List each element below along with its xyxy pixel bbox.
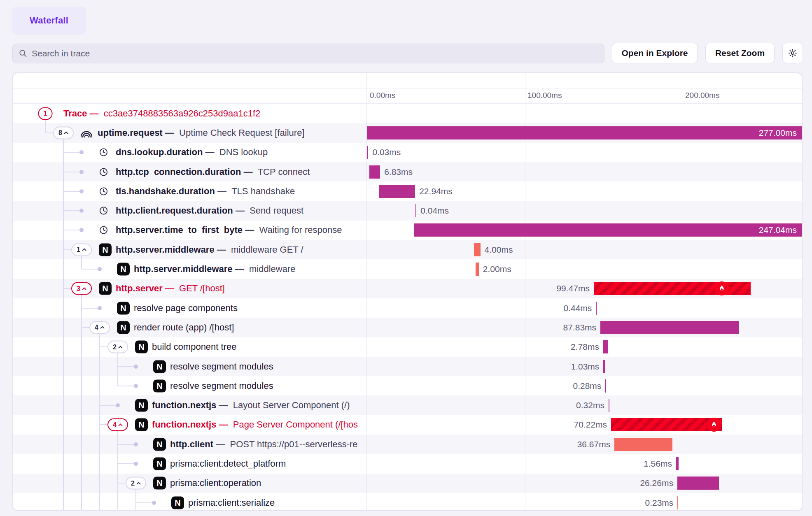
span-row[interactable]: Nresolve segment modules 1.03ms xyxy=(13,357,802,376)
span-tree-cell: Nfunction.nextjs — Layout Server Compone… xyxy=(13,395,367,415)
span-separator: — xyxy=(243,225,259,235)
tree-guide-line xyxy=(81,376,82,395)
span-row[interactable]: Nresolve page components 0.44ms xyxy=(13,298,802,318)
sentry-icon-wrap xyxy=(81,128,92,138)
span-tree-cell: Nprisma:client:detect_platform xyxy=(13,454,367,473)
span-duration-bar[interactable] xyxy=(677,476,719,490)
span-row[interactable]: 4Nfunction.nextjs — Page Server Componen… xyxy=(13,415,802,435)
span-bar-cell: 70.22ms xyxy=(367,415,802,435)
nextjs-icon: N xyxy=(153,379,166,392)
error-fire-icon[interactable] xyxy=(715,281,729,295)
badge-count: 1 xyxy=(44,110,47,117)
tree-stub-line xyxy=(63,139,64,143)
span-duration-bar[interactable] xyxy=(605,379,606,393)
span-row[interactable]: http.client.request.duration — Send requ… xyxy=(13,201,802,220)
span-bar-cell: 2.78ms xyxy=(367,337,802,357)
span-duration-label: 6.83ms xyxy=(384,167,413,177)
span-duration-bar[interactable] xyxy=(367,146,368,159)
span-bar-cell: 6.83ms xyxy=(367,162,802,181)
span-row[interactable]: dns.lookup.duration — DNS lookup 0.03ms xyxy=(13,143,802,162)
span-duration-label: 4.00ms xyxy=(485,245,513,255)
span-duration-bar[interactable] xyxy=(611,418,722,431)
span-bar-cell: 36.67ms xyxy=(367,435,802,454)
span-row[interactable]: 1Trace — cc3ae3748883563a926c253d9aa1c1f… xyxy=(13,104,802,123)
span-name: http.client xyxy=(170,439,213,449)
span-duration-label: 2.78ms xyxy=(571,342,599,352)
span-label: http.server — GET /[host] xyxy=(116,283,225,294)
span-label: prisma:client:serialize xyxy=(188,497,275,508)
span-duration-bar[interactable] xyxy=(415,204,416,217)
span-duration-bar[interactable] xyxy=(474,243,480,256)
span-duration-label: 0.28ms xyxy=(573,381,601,391)
span-row[interactable]: 8uptime.request — Uptime Check Request [… xyxy=(13,123,802,142)
span-tree-cell: Nhttp.server.middleware — middleware xyxy=(13,259,367,279)
span-row[interactable]: Nhttp.client — POST https://p01--serverl… xyxy=(13,435,802,454)
flame-icon xyxy=(709,420,719,429)
span-row[interactable]: 4Nrender route (app) /[host] 87.83ms xyxy=(13,318,802,337)
span-children-count-badge[interactable]: 8 xyxy=(53,126,74,139)
span-label: function.nextjs — Page Server Component … xyxy=(152,419,358,430)
span-duration-bar[interactable] xyxy=(414,223,802,237)
span-label: Trace — cc3ae3748883563a926c253d9aa1c1f2 xyxy=(63,108,260,119)
tree-guide-line xyxy=(63,357,64,376)
span-duration-bar[interactable] xyxy=(614,438,672,451)
span-duration-bar[interactable] xyxy=(596,302,597,315)
search-input[interactable]: Search in trace xyxy=(12,44,604,63)
badge-count: 4 xyxy=(113,421,117,428)
error-fire-icon[interactable] xyxy=(707,418,721,432)
span-row[interactable]: Nprisma:client:serialize 0.23ms xyxy=(13,493,802,511)
badge-count: 4 xyxy=(95,324,98,331)
span-duration-label: 70.22ms xyxy=(574,420,607,430)
span-children-count-badge[interactable]: 2 xyxy=(126,477,146,490)
span-row[interactable]: 2Nprisma:client:operation 26.26ms xyxy=(13,474,802,493)
span-row[interactable]: 1Nhttp.server.middleware — middleware GE… xyxy=(13,240,802,259)
open-in-explore-button[interactable]: Open in Explore xyxy=(612,43,698,63)
span-duration-bar[interactable] xyxy=(603,360,605,373)
reset-zoom-label: Reset Zoom xyxy=(715,48,765,58)
tree-leaf-dot xyxy=(134,384,138,388)
span-duration-bar[interactable] xyxy=(369,165,380,179)
chevron-up-icon xyxy=(100,326,105,329)
span-duration-bar[interactable] xyxy=(594,282,751,295)
span-children-count-badge[interactable]: 3 xyxy=(71,282,92,295)
span-row[interactable]: tls.handshake.duration — TLS handshake 2… xyxy=(13,181,802,201)
tree-leaf-dot xyxy=(116,403,120,407)
span-duration-bar[interactable] xyxy=(476,263,479,276)
span-children-count-badge[interactable]: 4 xyxy=(107,418,128,431)
span-name: http.client.request.duration xyxy=(116,205,233,216)
span-duration-bar[interactable] xyxy=(609,399,609,412)
span-duration-label: 87.83ms xyxy=(563,323,597,332)
span-children-count-badge[interactable]: 2 xyxy=(107,341,128,353)
nextjs-icon: N xyxy=(117,321,130,334)
span-row[interactable]: Nprisma:client:detect_platform 1.56ms xyxy=(13,454,802,473)
reset-zoom-button[interactable]: Reset Zoom xyxy=(705,43,775,63)
span-row[interactable]: Nresolve segment modules 0.28ms xyxy=(13,376,802,395)
tree-stub-line xyxy=(117,353,118,357)
tab-waterfall[interactable]: Waterfall xyxy=(12,7,86,35)
span-children-count-badge[interactable]: 1 xyxy=(71,243,92,256)
span-children-count-badge[interactable]: 1 xyxy=(38,107,53,120)
span-duration-bar[interactable] xyxy=(367,126,802,139)
span-row[interactable]: Nhttp.server.middleware — middleware 2.0… xyxy=(13,259,802,279)
tree-connector-line xyxy=(100,405,118,406)
nextjs-icon-wrap: N xyxy=(153,457,166,470)
tree-guide-line xyxy=(63,435,64,454)
span-duration-bar[interactable] xyxy=(676,457,679,470)
tab-waterfall-label: Waterfall xyxy=(30,15,68,26)
span-duration-bar[interactable] xyxy=(600,321,739,334)
span-duration-bar[interactable] xyxy=(677,496,678,509)
span-tree-cell: http.server.time_to_first_byte — Waiting… xyxy=(13,221,367,240)
settings-button[interactable] xyxy=(782,43,803,63)
span-children-count-badge[interactable]: 4 xyxy=(89,321,110,334)
span-row[interactable]: http.tcp_connection.duration — TCP conne… xyxy=(13,162,802,181)
span-duration-label: 0.44ms xyxy=(563,303,592,313)
span-label: uptime.request — Uptime Check Request [f… xyxy=(98,128,305,138)
span-duration-bar[interactable] xyxy=(379,185,415,198)
span-row[interactable]: Nfunction.nextjs — Layout Server Compone… xyxy=(13,395,802,415)
tree-guide-line xyxy=(63,454,64,473)
span-row[interactable]: 3Nhttp.server — GET /[host] 99.47ms xyxy=(13,279,802,298)
span-row[interactable]: http.server.time_to_first_byte — Waiting… xyxy=(13,221,802,240)
span-duration-bar[interactable] xyxy=(603,340,608,353)
span-tree-cell: Nhttp.client — POST https://p01--serverl… xyxy=(13,435,367,454)
span-row[interactable]: 2Nbuild component tree 2.78ms xyxy=(13,337,802,357)
